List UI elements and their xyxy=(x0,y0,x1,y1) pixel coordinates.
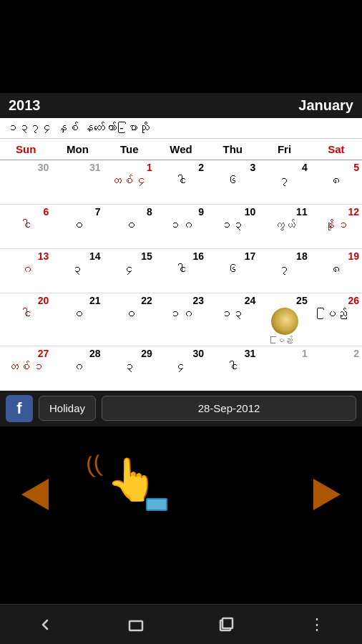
calendar-cell[interactable]: 9၁ဂ xyxy=(155,205,207,249)
svg-rect-0 xyxy=(129,621,142,630)
calendar-cell[interactable]: 23၁ဂ xyxy=(155,293,207,346)
calendar-cell[interactable]: 14၃ xyxy=(52,249,103,293)
calendar-cell[interactable]: 2ငါ xyxy=(155,160,207,205)
date-display: 28-Sep-2012 xyxy=(102,396,356,421)
right-arrow xyxy=(313,479,341,510)
header-wed: Wed xyxy=(155,139,207,160)
calendar-cell[interactable]: 11ကွယ် xyxy=(258,205,310,249)
calendar-row: 20ငါ21ဝ22ဝ23၁ဂ24၁၃25ပြည်26ပြည် xyxy=(0,293,362,346)
calendar-row: 30311တစ် ၄2ငါ3၆4၇5၈ xyxy=(0,160,362,205)
month-label: January xyxy=(298,97,353,114)
wave-lines: (( xyxy=(86,452,101,478)
header-sun: Sun xyxy=(0,139,52,160)
myanmar-date-row: ၁၃၇၄ နှစ် နတ်တော် - ပြာသို xyxy=(0,118,362,139)
header-tue: Tue xyxy=(104,139,155,160)
calendar-cell[interactable]: 1တစ် ၄ xyxy=(104,160,155,205)
calendar-cell[interactable]: 17၆ xyxy=(207,249,258,293)
calendar-cell[interactable]: 25ပြည် xyxy=(258,293,310,346)
calendar-cell[interactable]: 8ဝ xyxy=(104,205,155,249)
calendar-cell[interactable]: 30၄ xyxy=(155,346,207,391)
home-button[interactable] xyxy=(122,610,150,639)
calendar-cell[interactable]: 6ငါ xyxy=(0,205,52,249)
recents-button[interactable] xyxy=(212,610,240,639)
calendar-cell[interactable]: 26ပြည် xyxy=(310,293,362,346)
swipe-section: (( 👆 xyxy=(0,426,362,541)
more-button[interactable]: ⋮ xyxy=(303,610,331,639)
calendar-row: 6ငါ7ဝ8ဝ9၁ဂ10၁၃11ကွယ်12နိုး ၁ xyxy=(0,205,362,249)
header-sat: Sat xyxy=(310,139,362,160)
calendar-table: Sun Mon Tue Wed Thu Fri Sat 30311တစ် ၄2င… xyxy=(0,139,362,391)
calendar-cell[interactable]: 3၆ xyxy=(207,160,258,205)
calendar-cell[interactable]: 13ဂ xyxy=(0,249,52,293)
bottom-bar: f Holiday 28-Sep-2012 xyxy=(0,391,362,426)
calendar-cell[interactable]: 5၈ xyxy=(310,160,362,205)
calendar-row: 13ဂ14၃15၄16ငါ17၆18၇19၈ xyxy=(0,249,362,293)
calendar-cell[interactable]: 12နိုး ၁ xyxy=(310,205,362,249)
facebook-button[interactable]: f xyxy=(6,395,33,422)
full-moon-icon xyxy=(271,308,298,335)
calendar-cell[interactable]: 30 xyxy=(0,160,52,205)
left-arrow xyxy=(21,479,49,510)
header-thu: Thu xyxy=(207,139,258,160)
calendar-cell[interactable]: 28ဂ xyxy=(52,346,103,391)
hand-icon: 👆 xyxy=(106,455,157,504)
year-label: 2013 xyxy=(9,97,41,114)
back-button[interactable] xyxy=(31,610,59,639)
nav-bar: ⋮ xyxy=(0,604,362,644)
holiday-button[interactable]: Holiday xyxy=(39,396,96,421)
calendar-cell[interactable]: 31ငါ xyxy=(207,346,258,391)
svg-rect-2 xyxy=(222,618,233,628)
calendar-cell[interactable]: 2 xyxy=(310,346,362,391)
calendar-cell[interactable]: 16ငါ xyxy=(155,249,207,293)
top-spacer xyxy=(0,0,362,93)
calendar-cell[interactable]: 24၁၃ xyxy=(207,293,258,346)
header-fri: Fri xyxy=(258,139,310,160)
calendar-cell[interactable]: 1 xyxy=(258,346,310,391)
calendar-cell[interactable]: 19၈ xyxy=(310,249,362,293)
calendar-cell[interactable]: 15၄ xyxy=(104,249,155,293)
calendar-cell[interactable]: 18၇ xyxy=(258,249,310,293)
calendar-cell[interactable]: 21ဝ xyxy=(52,293,103,346)
calendar-cell[interactable]: 20ငါ xyxy=(0,293,52,346)
calendar-row: 27တစ် ၁28ဂ29၃30၄31ငါ12 xyxy=(0,346,362,391)
calendar-cell[interactable]: 27တစ် ၁ xyxy=(0,346,52,391)
calendar-cell[interactable]: 7ဝ xyxy=(52,205,103,249)
calendar-cell[interactable]: 22ဝ xyxy=(104,293,155,346)
month-header: 2013 January xyxy=(0,93,362,118)
calendar-cell[interactable]: 10၁၃ xyxy=(207,205,258,249)
calendar-cell[interactable]: 4၇ xyxy=(258,160,310,205)
calendar-header-row: Sun Mon Tue Wed Thu Fri Sat xyxy=(0,139,362,160)
calendar-container: 2013 January ၁၃၇၄ နှစ် နတ်တော် - ပြာသို … xyxy=(0,93,362,391)
calendar-cell[interactable]: 29၃ xyxy=(104,346,155,391)
calendar-cell[interactable]: 31 xyxy=(52,160,103,205)
header-mon: Mon xyxy=(52,139,103,160)
myanmar-date-text: ၁၃၇၄ နှစ် နတ်တော် - ပြာသို xyxy=(7,122,150,134)
